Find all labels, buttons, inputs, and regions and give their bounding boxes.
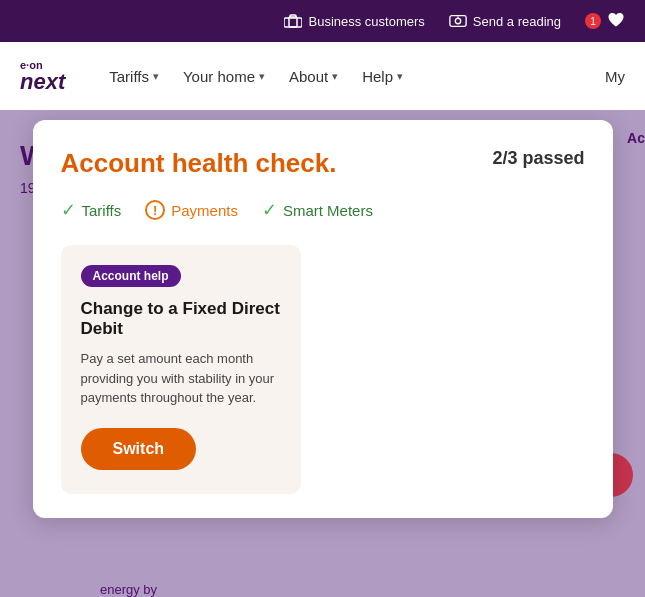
check-tariffs-label: Tariffs xyxy=(82,202,122,219)
nav-about[interactable]: About ▾ xyxy=(289,68,338,85)
warning-icon: ! xyxy=(145,200,165,220)
chevron-down-icon: ▾ xyxy=(153,70,159,83)
chevron-down-icon: ▾ xyxy=(259,70,265,83)
modal-checks-row: ✓ Tariffs ! Payments ✓ Smart Meters xyxy=(61,199,585,221)
nav-about-label: About xyxy=(289,68,328,85)
check-payments: ! Payments xyxy=(145,200,238,220)
logo[interactable]: e·on next xyxy=(20,60,65,93)
main-background: Wo 192 G Ac t paym payme ment is s after… xyxy=(0,110,645,597)
health-check-modal: Account health check. 2/3 passed ✓ Tarif… xyxy=(33,120,613,518)
check-tariffs: ✓ Tariffs xyxy=(61,199,122,221)
nav-my[interactable]: My xyxy=(605,68,625,85)
check-green-icon-2: ✓ xyxy=(262,199,277,221)
check-smart-meters-label: Smart Meters xyxy=(283,202,373,219)
nav-tariffs-label: Tariffs xyxy=(109,68,149,85)
chevron-down-icon: ▾ xyxy=(332,70,338,83)
modal-card: Account help Change to a Fixed Direct De… xyxy=(61,245,301,494)
svg-point-3 xyxy=(455,18,460,23)
check-green-icon: ✓ xyxy=(61,199,76,221)
top-bar: Business customers Send a reading 1 xyxy=(0,0,645,42)
modal-passed-label: 2/3 passed xyxy=(492,148,584,169)
send-reading-link[interactable]: Send a reading xyxy=(449,12,561,30)
card-title: Change to a Fixed Direct Debit xyxy=(81,299,281,339)
modal-overlay: Account health check. 2/3 passed ✓ Tarif… xyxy=(0,110,645,597)
send-reading-label: Send a reading xyxy=(473,14,561,29)
heart-icon xyxy=(607,12,625,31)
chevron-down-icon: ▾ xyxy=(397,70,403,83)
check-smart-meters: ✓ Smart Meters xyxy=(262,199,373,221)
business-customers-label: Business customers xyxy=(308,14,424,29)
nav-your-home[interactable]: Your home ▾ xyxy=(183,68,265,85)
modal-header: Account health check. 2/3 passed xyxy=(61,148,585,179)
business-customers-link[interactable]: Business customers xyxy=(284,12,424,30)
switch-button[interactable]: Switch xyxy=(81,428,197,470)
notification-badge: 1 xyxy=(585,13,601,29)
modal-title: Account health check. xyxy=(61,148,337,179)
meter-icon xyxy=(449,12,467,30)
account-help-badge: Account help xyxy=(81,265,181,287)
nav-bar: e·on next Tariffs ▾ Your home ▾ About ▾ … xyxy=(0,42,645,110)
notification-button[interactable]: 1 xyxy=(585,12,625,31)
check-payments-label: Payments xyxy=(171,202,238,219)
nav-your-home-label: Your home xyxy=(183,68,255,85)
nav-my-label: My xyxy=(605,68,625,85)
nav-tariffs[interactable]: Tariffs ▾ xyxy=(109,68,159,85)
svg-rect-1 xyxy=(284,18,302,27)
nav-help-label: Help xyxy=(362,68,393,85)
nav-help[interactable]: Help ▾ xyxy=(362,68,403,85)
logo-next-text: next xyxy=(20,71,65,93)
card-description: Pay a set amount each month providing yo… xyxy=(81,349,281,408)
briefcase-icon xyxy=(284,12,302,30)
